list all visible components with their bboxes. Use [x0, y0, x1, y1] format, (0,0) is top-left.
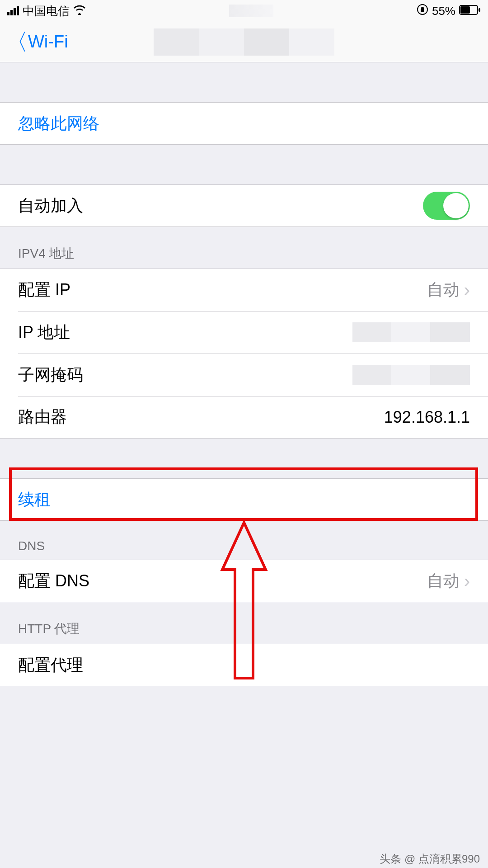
svg-rect-3	[479, 8, 480, 12]
nav-bar: 〈 Wi-Fi	[0, 22, 488, 62]
configure-dns-value: 自动	[427, 570, 460, 592]
status-time-redacted	[229, 5, 273, 17]
subnet-mask-label: 子网掩码	[18, 364, 83, 386]
ip-address-cell: IP 地址	[0, 311, 488, 354]
auto-join-toggle[interactable]	[423, 192, 470, 220]
configure-ip-cell[interactable]: 配置 IP 自动 ›	[0, 269, 488, 311]
spacer	[0, 145, 488, 184]
battery-icon	[459, 4, 481, 18]
carrier-label: 中国电信	[23, 3, 70, 19]
http-proxy-header: HTTP 代理	[0, 602, 488, 644]
ip-address-value-redacted	[352, 322, 470, 342]
spacer	[0, 439, 488, 478]
subnet-mask-cell: 子网掩码	[0, 354, 488, 396]
forget-network-cell[interactable]: 忽略此网络	[0, 102, 488, 145]
ip-address-label: IP 地址	[18, 321, 70, 344]
svg-rect-2	[460, 6, 470, 14]
chevron-left-icon: 〈	[5, 31, 28, 53]
back-button[interactable]: 〈 Wi-Fi	[0, 31, 68, 53]
configure-proxy-label: 配置代理	[18, 654, 83, 676]
router-value: 192.168.1.1	[384, 408, 470, 427]
chevron-right-icon: ›	[464, 280, 470, 300]
forget-network-label: 忽略此网络	[18, 113, 99, 135]
auto-join-cell: 自动加入	[0, 184, 488, 227]
renew-lease-cell[interactable]: 续租	[0, 478, 488, 521]
signal-icon	[7, 6, 19, 15]
dns-header: DNS	[0, 521, 488, 560]
watermark-label: 头条 @ 点滴积累990	[380, 852, 480, 866]
subnet-mask-value-redacted	[352, 365, 470, 385]
status-right: 55%	[417, 4, 481, 19]
back-label: Wi-Fi	[28, 32, 68, 52]
wifi-icon	[73, 4, 86, 18]
configure-ip-label: 配置 IP	[18, 279, 70, 301]
chevron-right-icon: ›	[464, 571, 470, 591]
rotation-lock-icon	[417, 4, 428, 19]
configure-proxy-cell[interactable]: 配置代理	[0, 644, 488, 686]
router-label: 路由器	[18, 406, 67, 428]
auto-join-label: 自动加入	[18, 195, 83, 217]
router-cell: 路由器 192.168.1.1	[0, 396, 488, 439]
status-bar: 中国电信 55%	[0, 0, 488, 22]
configure-dns-cell[interactable]: 配置 DNS 自动 ›	[0, 560, 488, 602]
nav-title-redacted	[154, 28, 334, 56]
spacer	[0, 62, 488, 102]
configure-ip-value: 自动	[427, 279, 460, 301]
ipv4-header: IPV4 地址	[0, 227, 488, 269]
configure-dns-label: 配置 DNS	[18, 570, 89, 592]
battery-pct: 55%	[432, 4, 455, 18]
renew-lease-label: 续租	[18, 489, 51, 511]
status-left: 中国电信	[7, 3, 86, 19]
